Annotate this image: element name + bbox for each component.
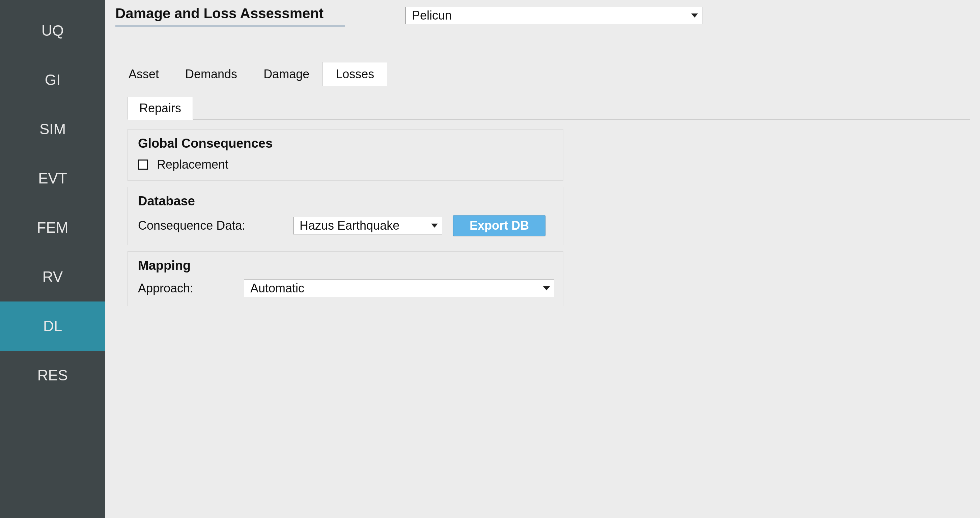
sidebar-item-fem[interactable]: FEM xyxy=(0,203,105,252)
replacement-checkbox[interactable] xyxy=(138,159,148,170)
replacement-label: Replacement xyxy=(157,157,228,172)
tab-asset[interactable]: Asset xyxy=(115,62,172,86)
chevron-down-icon xyxy=(431,224,438,228)
sidebar-item-dl[interactable]: DL xyxy=(0,302,105,351)
approach-select[interactable]: Automatic xyxy=(244,280,554,297)
approach-label: Approach: xyxy=(138,281,244,296)
tab-damage[interactable]: Damage xyxy=(250,62,323,86)
subtab-repairs[interactable]: Repairs xyxy=(127,97,193,120)
main-content: Damage and Loss Assessment Pelicun Asset… xyxy=(105,0,980,518)
approach-select-wrap: Automatic xyxy=(244,280,554,297)
sidebar-item-uq[interactable]: UQ xyxy=(0,6,105,55)
approach-select-value: Automatic xyxy=(250,281,304,296)
app-root: UQ GI SIM EVT FEM RV DL RES Damage and L… xyxy=(0,0,980,518)
export-db-button-label: Export DB xyxy=(469,219,529,233)
sidebar-item-sim[interactable]: SIM xyxy=(0,105,105,154)
panel-mapping: Mapping Approach: Automatic xyxy=(127,251,563,306)
page-title: Damage and Loss Assessment xyxy=(115,5,345,25)
consequence-select-wrap: Hazus Earthquake xyxy=(293,217,442,234)
header-row: Damage and Loss Assessment Pelicun xyxy=(115,5,970,27)
engine-select[interactable]: Pelicun xyxy=(406,7,702,24)
sidebar-item-evt[interactable]: EVT xyxy=(0,154,105,203)
sidebar-item-rv[interactable]: RV xyxy=(0,252,105,302)
tab-demands[interactable]: Demands xyxy=(172,62,250,86)
chevron-down-icon xyxy=(691,13,698,17)
primary-tabs: Asset Demands Damage Losses xyxy=(115,62,970,86)
title-underline xyxy=(115,25,345,27)
subtabs-area: Repairs xyxy=(127,97,970,120)
sidebar-item-gi[interactable]: GI xyxy=(0,55,105,105)
chevron-down-icon xyxy=(543,286,550,290)
consequence-select-value: Hazus Earthquake xyxy=(299,219,399,233)
panel-global-consequences: Global Consequences Replacement xyxy=(127,129,563,181)
subtabs: Repairs xyxy=(127,97,970,120)
approach-row: Approach: Automatic xyxy=(138,280,553,297)
consequence-row: Consequence Data: Hazus Earthquake Expor… xyxy=(138,215,553,236)
panels: Global Consequences Replacement Database… xyxy=(127,129,563,306)
sidebar-item-res[interactable]: RES xyxy=(0,351,105,400)
consequence-select[interactable]: Hazus Earthquake xyxy=(293,217,442,234)
panel-database: Database Consequence Data: Hazus Earthqu… xyxy=(127,187,563,245)
sidebar: UQ GI SIM EVT FEM RV DL RES xyxy=(0,0,105,518)
engine-select-wrap: Pelicun xyxy=(406,7,702,24)
page-title-wrap: Damage and Loss Assessment xyxy=(115,5,345,27)
panel-title-mapping: Mapping xyxy=(138,258,553,273)
export-db-button[interactable]: Export DB xyxy=(453,215,546,236)
panel-title-global: Global Consequences xyxy=(138,136,553,151)
consequence-label: Consequence Data: xyxy=(138,219,293,233)
tab-losses[interactable]: Losses xyxy=(323,62,387,86)
engine-select-value: Pelicun xyxy=(412,8,452,22)
panel-title-database: Database xyxy=(138,194,553,208)
replacement-row: Replacement xyxy=(138,157,553,172)
